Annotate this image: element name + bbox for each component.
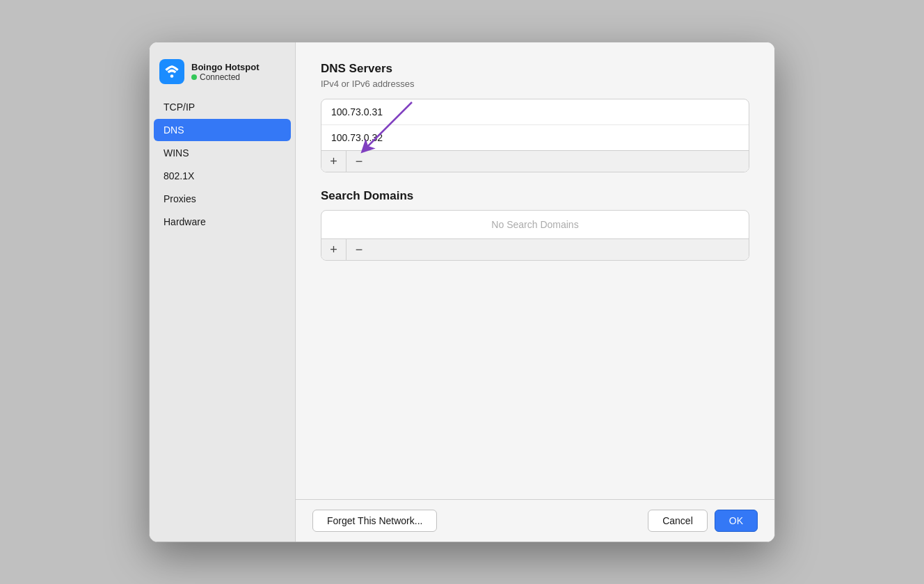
sidebar-item-dns[interactable]: DNS — [154, 119, 291, 141]
status-dot — [191, 74, 197, 80]
search-domains-toolbar: + − — [321, 238, 749, 260]
search-domains-list-box: No Search Domains + − — [321, 210, 749, 261]
network-settings-window: Boingo Hotspot Connected TCP/IPDNSWINS80… — [149, 42, 775, 542]
status-text: Connected — [200, 72, 240, 82]
action-buttons: Cancel OK — [648, 510, 758, 532]
wifi-icon — [159, 59, 184, 84]
main-content: DNS Servers IPv4 or IPv6 addresses 100.7… — [296, 42, 774, 542]
sidebar: Boingo Hotspot Connected TCP/IPDNSWINS80… — [150, 42, 296, 542]
ok-button[interactable]: OK — [715, 510, 758, 532]
sidebar-item-wins[interactable]: WINS — [154, 142, 291, 164]
dns-servers-title: DNS Servers — [321, 62, 749, 76]
wifi-svg — [164, 64, 180, 79]
dns-entry: 100.73.0.31 — [321, 99, 749, 125]
bottom-bar: Forget This Network... Cancel OK — [296, 499, 774, 542]
sidebar-nav: TCP/IPDNSWINS802.1XProxiesHardware — [150, 95, 295, 234]
search-domains-title: Search Domains — [321, 189, 749, 203]
dns-servers-subtitle: IPv4 or IPv6 addresses — [321, 79, 749, 89]
dns-entries: 100.73.0.31100.73.0.32 — [321, 99, 749, 150]
search-domains-remove-button[interactable]: − — [346, 239, 372, 260]
search-domains-empty: No Search Domains — [321, 211, 749, 238]
dns-entry: 100.73.0.32 — [321, 125, 749, 150]
cancel-button[interactable]: Cancel — [648, 510, 708, 532]
forget-network-button[interactable]: Forget This Network... — [312, 510, 437, 532]
network-info: Boingo Hotspot Connected — [191, 62, 259, 82]
sidebar-item-proxies[interactable]: Proxies — [154, 188, 291, 210]
dns-servers-section: DNS Servers IPv4 or IPv6 addresses 100.7… — [321, 62, 749, 172]
network-header: Boingo Hotspot Connected — [150, 54, 295, 95]
content-area: DNS Servers IPv4 or IPv6 addresses 100.7… — [296, 42, 774, 499]
network-status: Connected — [191, 72, 259, 82]
dns-add-button[interactable]: + — [321, 151, 346, 172]
dns-toolbar: + − — [321, 150, 749, 172]
svg-point-0 — [170, 74, 174, 78]
dns-servers-list-box: 100.73.0.31100.73.0.32 — [321, 99, 749, 172]
search-domains-add-button[interactable]: + — [321, 239, 346, 260]
network-name: Boingo Hotspot — [191, 62, 259, 72]
search-domains-section: Search Domains No Search Domains + − — [321, 189, 749, 261]
sidebar-item-hardware[interactable]: Hardware — [154, 211, 291, 233]
dns-remove-button[interactable]: − — [346, 151, 372, 172]
sidebar-item-8021x[interactable]: 802.1X — [154, 165, 291, 187]
window-body: Boingo Hotspot Connected TCP/IPDNSWINS80… — [150, 42, 774, 542]
sidebar-item-tcpip[interactable]: TCP/IP — [154, 96, 291, 118]
